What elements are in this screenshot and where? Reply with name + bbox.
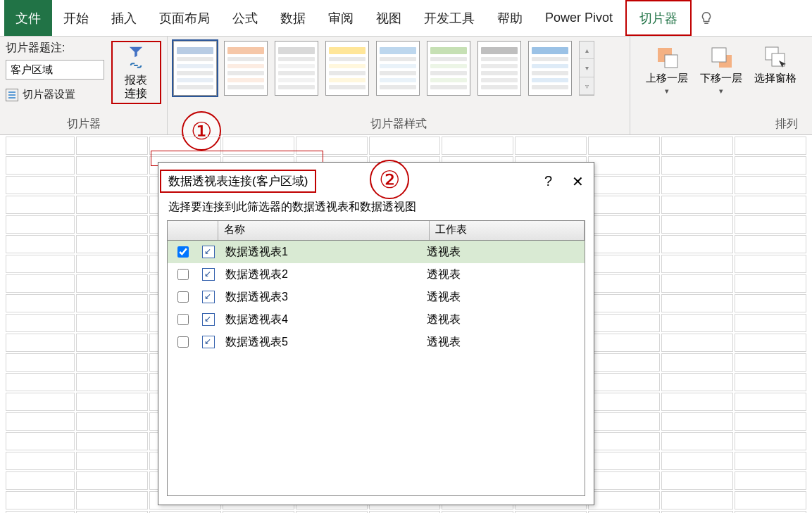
pivot-row-sheet: 透视表 — [427, 335, 582, 350]
tab-data[interactable]: 数据 — [269, 0, 317, 36]
caption-label: 切片器题注: — [6, 41, 106, 56]
slicer-styles-gallery[interactable]: ▴▾▿ — [173, 41, 624, 96]
selection-pane-label: 选择窗格 — [754, 72, 797, 85]
pivot-row[interactable]: 数据透视表2透视表 — [168, 263, 585, 286]
tab-home[interactable]: 开始 — [52, 0, 100, 36]
slicer-style-2[interactable] — [224, 41, 268, 96]
ribbon-group-styles: ▴▾▿ 切片器样式 — [168, 37, 630, 134]
tab-file[interactable]: 文件 — [4, 0, 52, 36]
group-label-slicer: 切片器 — [6, 114, 161, 133]
send-backward-icon — [709, 45, 733, 69]
selection-pane-button[interactable]: 选择窗格 — [752, 45, 799, 85]
selection-pane-icon — [763, 45, 787, 69]
report-conn-text1: 报表 — [125, 74, 147, 86]
caption-input[interactable] — [6, 60, 104, 80]
pivot-row-sheet: 透视表 — [427, 312, 582, 327]
pivot-icon — [196, 336, 221, 348]
svg-rect-2 — [8, 97, 15, 99]
svg-rect-1 — [8, 94, 15, 96]
styles-scroll[interactable]: ▴▾▿ — [579, 41, 594, 96]
scroll-btn[interactable]: ▾ — [580, 60, 594, 77]
pivot-row-name: 数据透视表3 — [221, 290, 427, 305]
pivot-connections-dialog: 数据透视表连接(客户区域) ② ? ✕ 选择要连接到此筛选器的数据透视表和数据透… — [158, 162, 594, 505]
tab-developer[interactable]: 开发工具 — [413, 0, 486, 36]
pivot-row[interactable]: 数据透视表4透视表 — [168, 308, 585, 331]
pivot-row-checkbox[interactable] — [177, 314, 189, 325]
callout-2: ② — [370, 160, 409, 199]
col-check — [168, 221, 218, 240]
pivot-row-name: 数据透视表2 — [221, 267, 427, 282]
report-connections-icon — [122, 45, 150, 70]
pivot-row-name: 数据透视表5 — [221, 335, 427, 350]
pivot-icon — [196, 291, 221, 303]
pivot-row-checkbox[interactable] — [177, 269, 189, 280]
svg-rect-6 — [712, 48, 726, 62]
menu-bar: 文件 开始 插入 页面布局 公式 数据 审阅 视图 开发工具 帮助 Power … — [0, 0, 812, 37]
ribbon: 切片器题注: 切片器设置 报表连接 切片器 ▴▾ — [0, 37, 812, 135]
group-label-styles: 切片器样式 — [173, 114, 624, 133]
slicer-style-5[interactable] — [376, 41, 420, 96]
slicer-style-8[interactable] — [528, 41, 572, 96]
dialog-title-text: 数据透视表连接(客户区域) — [160, 170, 316, 193]
group-label-arrange: 排列 — [636, 114, 806, 133]
bring-forward-icon — [655, 45, 679, 69]
slicer-settings-label: 切片器设置 — [23, 88, 75, 101]
dialog-list-header: 名称 工作表 — [168, 221, 585, 241]
pivot-icon — [196, 268, 221, 281]
report-connections-button[interactable]: 报表连接 — [111, 41, 161, 104]
col-sheet[interactable]: 工作表 — [430, 221, 585, 240]
send-backward-button[interactable]: 下移一层 ▾ — [697, 45, 744, 96]
pivot-row-checkbox[interactable] — [177, 291, 189, 303]
slicer-caption-block: 切片器题注: 切片器设置 — [6, 41, 106, 101]
pivot-icon — [196, 246, 221, 258]
slicer-settings-button[interactable]: 切片器设置 — [6, 88, 106, 101]
tab-pagelayout[interactable]: 页面布局 — [148, 0, 221, 36]
tab-powerpivot[interactable]: Power Pivot — [534, 0, 624, 36]
pivot-row-sheet: 透视表 — [427, 267, 582, 282]
scroll-btn[interactable]: ▴ — [580, 42, 594, 59]
scroll-btn[interactable]: ▿ — [580, 77, 594, 95]
slicer-style-1[interactable] — [173, 41, 217, 96]
pivot-row-sheet: 透视表 — [427, 245, 582, 260]
pivot-row-checkbox[interactable] — [177, 246, 189, 258]
tab-review[interactable]: 审阅 — [317, 0, 365, 36]
dialog-subtitle: 选择要连接到此筛选器的数据透视表和数据透视图 — [158, 200, 594, 220]
pivot-row-sheet: 透视表 — [427, 290, 582, 305]
tab-help[interactable]: 帮助 — [486, 0, 534, 36]
dialog-titlebar[interactable]: 数据透视表连接(客户区域) ② ? ✕ — [158, 163, 594, 200]
report-conn-text2: 连接 — [125, 87, 147, 99]
slicer-style-7[interactable] — [477, 41, 521, 96]
dialog-close-button[interactable]: ✕ — [572, 173, 584, 190]
pivot-row[interactable]: 数据透视表1透视表 — [168, 241, 585, 263]
svg-rect-4 — [665, 55, 677, 68]
send-backward-label: 下移一层 — [700, 72, 742, 85]
ribbon-group-arrange: 上移一层 ▾ 下移一层 ▾ 选择窗格 排列 — [630, 37, 812, 134]
dialog-help-button[interactable]: ? — [544, 173, 552, 190]
bring-forward-label: 上移一层 — [646, 72, 688, 85]
tab-formulas[interactable]: 公式 — [221, 0, 269, 36]
pivot-row-name: 数据透视表1 — [221, 245, 427, 260]
svg-rect-0 — [8, 91, 15, 93]
col-name[interactable]: 名称 — [218, 221, 430, 240]
bring-forward-button[interactable]: 上移一层 ▾ — [643, 45, 690, 96]
pivot-row[interactable]: 数据透视表3透视表 — [168, 286, 585, 308]
slicer-style-6[interactable] — [427, 41, 470, 96]
tab-insert[interactable]: 插入 — [100, 0, 148, 36]
dialog-list: 名称 工作表 数据透视表1透视表数据透视表2透视表数据透视表3透视表数据透视表4… — [167, 220, 585, 496]
pivot-row-name: 数据透视表4 — [221, 312, 427, 327]
slicer-style-3[interactable] — [275, 41, 318, 96]
pivot-icon — [196, 313, 221, 326]
slicer-style-4[interactable] — [325, 41, 369, 96]
slicer-settings-icon — [6, 89, 18, 101]
tab-slicer[interactable]: 切片器 — [625, 0, 692, 36]
pivot-row[interactable]: 数据透视表5透视表 — [168, 331, 585, 353]
tab-view[interactable]: 视图 — [365, 0, 413, 36]
chevron-down-icon: ▾ — [665, 87, 669, 96]
ribbon-group-slicer: 切片器题注: 切片器设置 报表连接 切片器 — [0, 37, 168, 134]
tell-me-bulb-icon[interactable] — [692, 0, 721, 36]
chevron-down-icon: ▾ — [719, 87, 723, 96]
pivot-row-checkbox[interactable] — [177, 336, 189, 348]
